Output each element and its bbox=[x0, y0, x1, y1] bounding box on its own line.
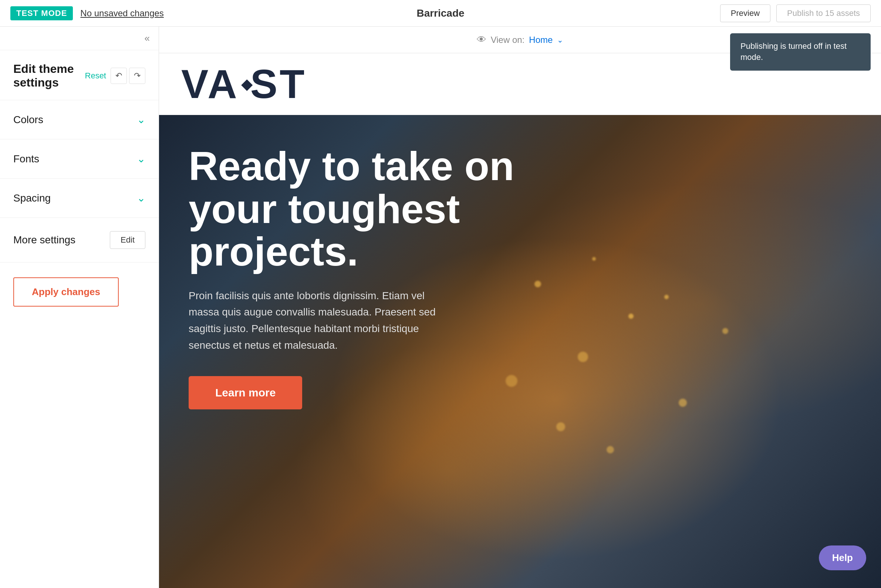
colors-accordion-header[interactable]: Colors ⌄ bbox=[0, 100, 159, 139]
sidebar-title-actions: Reset ↶ ↷ bbox=[85, 68, 146, 84]
more-settings-label: More settings bbox=[14, 234, 75, 246]
undo-button[interactable]: ↶ bbox=[111, 68, 127, 84]
sidebar-title: Edit theme settings bbox=[14, 62, 85, 90]
spacing-accordion-header[interactable]: Spacing ⌄ bbox=[0, 178, 159, 218]
collapse-arrows-icon[interactable]: « bbox=[145, 33, 150, 44]
undo-redo-group: ↶ ↷ bbox=[111, 68, 146, 84]
spacing-chevron-icon: ⌄ bbox=[137, 192, 146, 204]
redo-button[interactable]: ↷ bbox=[129, 68, 146, 84]
hero-content: Ready to take on your toughest projects.… bbox=[159, 115, 881, 439]
spacing-accordion: Spacing ⌄ bbox=[0, 178, 159, 218]
test-mode-badge: TEST MODE bbox=[11, 6, 73, 20]
view-on-label: View on: bbox=[491, 35, 525, 45]
colors-chevron-icon: ⌄ bbox=[137, 114, 146, 126]
diamond-icon bbox=[241, 80, 253, 91]
fonts-chevron-icon: ⌄ bbox=[137, 153, 146, 165]
hero-headline: Ready to take on your toughest projects. bbox=[189, 145, 521, 273]
more-settings-edit-button[interactable]: Edit bbox=[110, 231, 146, 249]
colors-accordion: Colors ⌄ bbox=[0, 100, 159, 140]
more-settings-row: More settings Edit bbox=[0, 218, 159, 262]
home-chevron-icon[interactable]: ⌄ bbox=[557, 36, 563, 44]
fonts-accordion: Fonts ⌄ bbox=[0, 140, 159, 178]
spacing-label: Spacing bbox=[14, 192, 51, 204]
sidebar-title-row: Edit theme settings Reset ↶ ↷ bbox=[0, 50, 159, 100]
top-bar-left: TEST MODE No unsaved changes bbox=[11, 6, 164, 20]
hero-subtext: Proin facilisis quis ante lobortis digni… bbox=[189, 288, 455, 354]
sidebar: « Edit theme settings Reset ↶ ↷ Colors ⌄… bbox=[0, 27, 159, 588]
fonts-label: Fonts bbox=[14, 153, 39, 165]
sidebar-collapse-bar: « bbox=[0, 27, 159, 50]
preview-button[interactable]: Preview bbox=[720, 4, 770, 22]
main-layout: « Edit theme settings Reset ↶ ↷ Colors ⌄… bbox=[0, 27, 881, 588]
website-preview: VAST Ready to take on your toughest proj bbox=[159, 53, 881, 588]
apply-changes-section: Apply changes bbox=[0, 262, 159, 321]
page-title: Barricade bbox=[416, 8, 464, 19]
vast-logo: VAST bbox=[181, 64, 307, 104]
hero-section: Ready to take on your toughest projects.… bbox=[159, 115, 881, 588]
unsaved-changes-label[interactable]: No unsaved changes bbox=[80, 8, 164, 18]
apply-changes-button[interactable]: Apply changes bbox=[14, 278, 119, 307]
top-bar-right: Preview Publish to 15 assets Publishing … bbox=[720, 4, 870, 22]
publish-tooltip: Publishing is turned off in test mode. bbox=[730, 33, 870, 71]
top-bar: TEST MODE No unsaved changes Barricade P… bbox=[0, 0, 881, 27]
preview-area: 👁 View on: Home ⌄ VAST bbox=[159, 27, 881, 588]
home-link[interactable]: Home bbox=[529, 35, 552, 45]
publish-button[interactable]: Publish to 15 assets bbox=[776, 4, 870, 22]
colors-label: Colors bbox=[14, 114, 43, 126]
eye-icon: 👁 bbox=[477, 34, 486, 45]
help-button[interactable]: Help bbox=[819, 546, 866, 570]
reset-button[interactable]: Reset bbox=[85, 71, 106, 81]
hero-cta-button[interactable]: Learn more bbox=[189, 376, 302, 410]
fonts-accordion-header[interactable]: Fonts ⌄ bbox=[0, 140, 159, 178]
